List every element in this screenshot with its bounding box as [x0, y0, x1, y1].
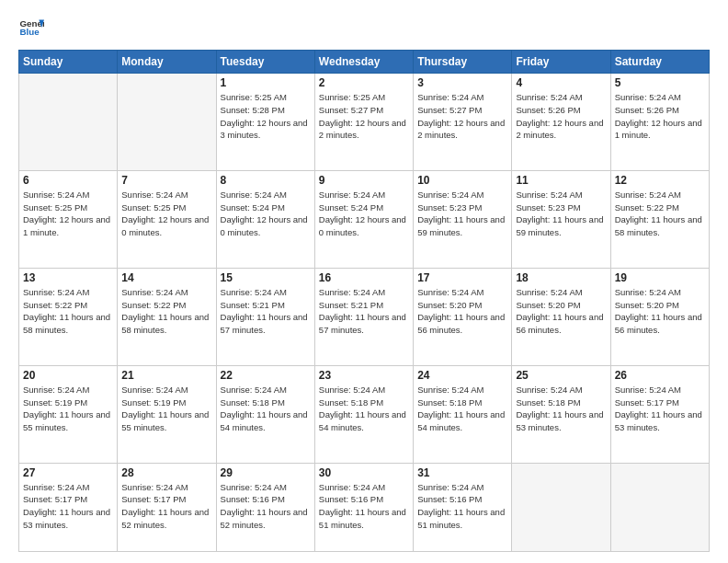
calendar-cell: 21Sunrise: 5:24 AM Sunset: 5:19 PM Dayli…: [118, 365, 216, 463]
calendar-cell: 1Sunrise: 5:25 AM Sunset: 5:28 PM Daylig…: [216, 74, 314, 171]
calendar-cell: 5Sunrise: 5:24 AM Sunset: 5:26 PM Daylig…: [610, 74, 709, 171]
calendar-cell: 13Sunrise: 5:24 AM Sunset: 5:22 PM Dayli…: [19, 268, 118, 365]
calendar-cell: 30Sunrise: 5:24 AM Sunset: 5:16 PM Dayli…: [314, 463, 413, 551]
day-info: Sunrise: 5:24 AM Sunset: 5:17 PM Dayligh…: [615, 384, 705, 434]
calendar-header-friday: Friday: [512, 51, 610, 74]
day-info: Sunrise: 5:24 AM Sunset: 5:19 PM Dayligh…: [121, 384, 211, 434]
day-info: Sunrise: 5:24 AM Sunset: 5:21 PM Dayligh…: [221, 286, 311, 337]
calendar-cell: [610, 463, 709, 551]
day-number: 16: [319, 271, 409, 284]
day-number: 12: [615, 174, 705, 187]
day-info: Sunrise: 5:24 AM Sunset: 5:22 PM Dayligh…: [23, 286, 113, 337]
calendar-cell: 26Sunrise: 5:24 AM Sunset: 5:17 PM Dayli…: [610, 365, 709, 463]
svg-text:Blue: Blue: [19, 27, 40, 37]
day-info: Sunrise: 5:24 AM Sunset: 5:25 PM Dayligh…: [23, 189, 113, 239]
day-info: Sunrise: 5:24 AM Sunset: 5:19 PM Dayligh…: [23, 384, 113, 434]
day-number: 15: [221, 271, 311, 284]
day-info: Sunrise: 5:24 AM Sunset: 5:18 PM Dayligh…: [516, 384, 606, 434]
calendar-week-row: 20Sunrise: 5:24 AM Sunset: 5:19 PM Dayli…: [19, 365, 710, 463]
day-number: 1: [221, 76, 311, 89]
day-number: 5: [615, 76, 705, 89]
day-number: 11: [516, 174, 606, 187]
day-number: 9: [319, 174, 409, 187]
day-info: Sunrise: 5:24 AM Sunset: 5:16 PM Dayligh…: [221, 481, 311, 532]
calendar-table: SundayMondayTuesdayWednesdayThursdayFrid…: [18, 50, 710, 552]
day-info: Sunrise: 5:24 AM Sunset: 5:18 PM Dayligh…: [319, 384, 409, 434]
day-number: 6: [23, 174, 113, 187]
calendar-cell: [118, 74, 216, 171]
day-number: 21: [121, 369, 211, 382]
day-info: Sunrise: 5:24 AM Sunset: 5:16 PM Dayligh…: [319, 481, 409, 532]
calendar-header-sunday: Sunday: [19, 51, 118, 74]
calendar-header-row: SundayMondayTuesdayWednesdayThursdayFrid…: [19, 51, 710, 74]
day-info: Sunrise: 5:25 AM Sunset: 5:28 PM Dayligh…: [221, 91, 311, 142]
day-number: 4: [516, 76, 606, 89]
day-info: Sunrise: 5:24 AM Sunset: 5:24 PM Dayligh…: [221, 189, 311, 239]
calendar-week-row: 27Sunrise: 5:24 AM Sunset: 5:17 PM Dayli…: [19, 463, 710, 551]
calendar-cell: 18Sunrise: 5:24 AM Sunset: 5:20 PM Dayli…: [512, 268, 610, 365]
calendar-cell: 22Sunrise: 5:24 AM Sunset: 5:18 PM Dayli…: [216, 365, 314, 463]
day-info: Sunrise: 5:24 AM Sunset: 5:21 PM Dayligh…: [319, 286, 409, 337]
calendar-header-wednesday: Wednesday: [314, 51, 413, 74]
day-info: Sunrise: 5:24 AM Sunset: 5:18 PM Dayligh…: [221, 384, 311, 434]
day-number: 19: [615, 271, 705, 284]
calendar-cell: 14Sunrise: 5:24 AM Sunset: 5:22 PM Dayli…: [118, 268, 216, 365]
calendar-cell: 8Sunrise: 5:24 AM Sunset: 5:24 PM Daylig…: [216, 170, 314, 268]
day-number: 24: [417, 369, 507, 382]
day-info: Sunrise: 5:24 AM Sunset: 5:27 PM Dayligh…: [417, 91, 507, 142]
calendar-cell: 28Sunrise: 5:24 AM Sunset: 5:17 PM Dayli…: [118, 463, 216, 551]
calendar-cell: 11Sunrise: 5:24 AM Sunset: 5:23 PM Dayli…: [512, 170, 610, 268]
calendar-cell: 29Sunrise: 5:24 AM Sunset: 5:16 PM Dayli…: [216, 463, 314, 551]
calendar-cell: 23Sunrise: 5:24 AM Sunset: 5:18 PM Dayli…: [314, 365, 413, 463]
day-number: 10: [417, 174, 507, 187]
calendar-cell: 15Sunrise: 5:24 AM Sunset: 5:21 PM Dayli…: [216, 268, 314, 365]
day-info: Sunrise: 5:24 AM Sunset: 5:26 PM Dayligh…: [516, 91, 606, 142]
day-number: 18: [516, 271, 606, 284]
day-info: Sunrise: 5:24 AM Sunset: 5:20 PM Dayligh…: [516, 286, 606, 337]
day-number: 14: [121, 271, 211, 284]
calendar-cell: 19Sunrise: 5:24 AM Sunset: 5:20 PM Dayli…: [610, 268, 709, 365]
calendar-cell: 16Sunrise: 5:24 AM Sunset: 5:21 PM Dayli…: [314, 268, 413, 365]
day-number: 29: [221, 466, 311, 479]
calendar-cell: 3Sunrise: 5:24 AM Sunset: 5:27 PM Daylig…: [414, 74, 512, 171]
calendar-header-monday: Monday: [118, 51, 216, 74]
calendar-cell: 17Sunrise: 5:24 AM Sunset: 5:20 PM Dayli…: [414, 268, 512, 365]
calendar-cell: 31Sunrise: 5:24 AM Sunset: 5:16 PM Dayli…: [414, 463, 512, 551]
calendar-cell: 27Sunrise: 5:24 AM Sunset: 5:17 PM Dayli…: [19, 463, 118, 551]
calendar-week-row: 13Sunrise: 5:24 AM Sunset: 5:22 PM Dayli…: [19, 268, 710, 365]
day-number: 27: [23, 466, 113, 479]
calendar-cell: 25Sunrise: 5:24 AM Sunset: 5:18 PM Dayli…: [512, 365, 610, 463]
day-info: Sunrise: 5:24 AM Sunset: 5:20 PM Dayligh…: [417, 286, 507, 337]
day-number: 7: [121, 174, 211, 187]
day-info: Sunrise: 5:24 AM Sunset: 5:24 PM Dayligh…: [319, 189, 409, 239]
calendar-cell: 12Sunrise: 5:24 AM Sunset: 5:22 PM Dayli…: [610, 170, 709, 268]
day-number: 13: [23, 271, 113, 284]
day-info: Sunrise: 5:24 AM Sunset: 5:23 PM Dayligh…: [417, 189, 507, 239]
calendar-cell: 7Sunrise: 5:24 AM Sunset: 5:25 PM Daylig…: [118, 170, 216, 268]
day-info: Sunrise: 5:24 AM Sunset: 5:17 PM Dayligh…: [121, 481, 211, 532]
day-number: 8: [221, 174, 311, 187]
day-info: Sunrise: 5:24 AM Sunset: 5:26 PM Dayligh…: [615, 91, 705, 142]
calendar-cell: 4Sunrise: 5:24 AM Sunset: 5:26 PM Daylig…: [512, 74, 610, 171]
logo-icon: General Blue: [18, 15, 44, 40]
day-info: Sunrise: 5:24 AM Sunset: 5:23 PM Dayligh…: [516, 189, 606, 239]
day-number: 25: [516, 369, 606, 382]
day-info: Sunrise: 5:24 AM Sunset: 5:16 PM Dayligh…: [417, 481, 507, 532]
day-info: Sunrise: 5:24 AM Sunset: 5:22 PM Dayligh…: [121, 286, 211, 337]
day-number: 26: [615, 369, 705, 382]
day-info: Sunrise: 5:25 AM Sunset: 5:27 PM Dayligh…: [319, 91, 409, 142]
calendar-cell: 24Sunrise: 5:24 AM Sunset: 5:18 PM Dayli…: [414, 365, 512, 463]
day-number: 17: [417, 271, 507, 284]
day-number: 2: [319, 76, 409, 89]
calendar-header-saturday: Saturday: [610, 51, 709, 74]
calendar-week-row: 1Sunrise: 5:25 AM Sunset: 5:28 PM Daylig…: [19, 74, 710, 171]
day-number: 22: [221, 369, 311, 382]
day-number: 3: [417, 76, 507, 89]
calendar-header-thursday: Thursday: [414, 51, 512, 74]
calendar-cell: [19, 74, 118, 171]
logo: General Blue: [18, 15, 44, 40]
calendar-week-row: 6Sunrise: 5:24 AM Sunset: 5:25 PM Daylig…: [19, 170, 710, 268]
calendar-cell: 10Sunrise: 5:24 AM Sunset: 5:23 PM Dayli…: [414, 170, 512, 268]
day-info: Sunrise: 5:24 AM Sunset: 5:22 PM Dayligh…: [615, 189, 705, 239]
day-info: Sunrise: 5:24 AM Sunset: 5:25 PM Dayligh…: [121, 189, 211, 239]
